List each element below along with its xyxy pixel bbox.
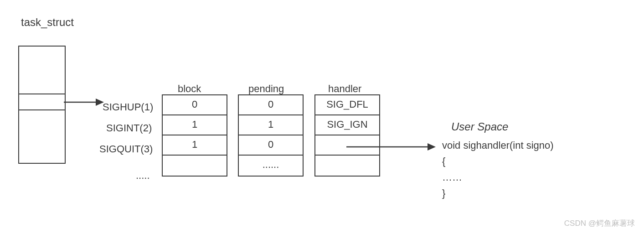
block-table: 0 1 1	[162, 94, 227, 177]
task-struct-box	[18, 46, 66, 164]
table-row	[163, 156, 227, 176]
arrow-handler-to-userspace	[346, 141, 438, 155]
code-line: {	[442, 154, 445, 169]
table-row	[315, 156, 379, 176]
svg-marker-3	[428, 143, 436, 151]
signal-label: SIGINT(2)	[106, 122, 152, 134]
handler-header: handler	[328, 83, 361, 95]
user-space-title: User Space	[451, 120, 508, 133]
table-row: ......	[239, 156, 303, 176]
block-header: block	[178, 83, 201, 95]
table-row: 0	[163, 95, 227, 115]
table-row: 1	[163, 135, 227, 156]
page-title: task_struct	[21, 16, 74, 29]
pending-header: pending	[248, 83, 284, 95]
code-line: void sighandler(int signo)	[442, 138, 554, 153]
signal-label: SIGHUP(1)	[103, 101, 153, 113]
table-row: 0	[239, 95, 303, 115]
signal-label: SIGQUIT(3)	[99, 143, 153, 155]
task-struct-cell	[19, 47, 65, 94]
table-row: 1	[239, 115, 303, 135]
arrow-task-to-tables	[64, 97, 105, 110]
code-line: ……	[442, 170, 462, 185]
task-struct-cell	[19, 94, 65, 110]
table-row: 0	[239, 135, 303, 156]
pending-table: 0 1 0 ......	[238, 94, 304, 177]
table-row: 1	[163, 115, 227, 135]
signal-label: .....	[136, 170, 150, 182]
task-struct-cell	[19, 110, 65, 161]
table-row: SIG_IGN	[315, 115, 379, 135]
table-row: SIG_DFL	[315, 95, 379, 115]
handler-table: SIG_DFL SIG_IGN	[314, 94, 380, 177]
watermark: CSDN @鳄鱼麻薯球	[564, 218, 635, 229]
code-line: }	[442, 186, 445, 201]
